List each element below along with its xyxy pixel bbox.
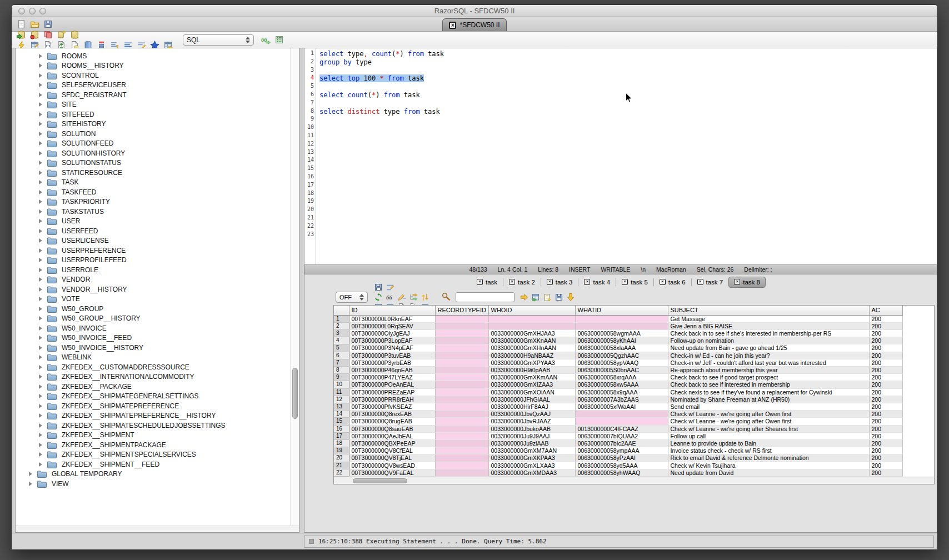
column-header-whoid[interactable]: WHOID <box>488 306 575 315</box>
code-line[interactable] <box>319 190 937 198</box>
format-results-icon[interactable] <box>385 282 395 292</box>
cell-whoid[interactable]: 0033000000GmXPYAA3 <box>488 359 575 366</box>
sql-editor[interactable]: 1234567891011121314151617181920212223 se… <box>304 48 937 265</box>
cell-whoid[interactable]: 0033000000Ju9J9AAJ <box>488 432 575 439</box>
code-line[interactable] <box>319 231 937 239</box>
table-row[interactable]: 1700T3000000QAeJbEAL0033000000Ju9J9AAJ00… <box>334 432 902 439</box>
cell-ac[interactable]: 200 <box>869 425 902 432</box>
code-line[interactable]: select type, count(*) from task <box>319 50 937 58</box>
column-header-subject[interactable]: SUBJECT <box>668 306 869 315</box>
cell-recordtypeid[interactable] <box>435 381 488 388</box>
code-line[interactable]: select distinct type from task <box>319 108 937 116</box>
result-tab-task-5[interactable]: ×task 5 <box>616 277 653 288</box>
expand-arrow-icon[interactable] <box>39 171 42 175</box>
expand-arrow-icon[interactable] <box>39 433 42 437</box>
titlebar[interactable]: RazorSQL - SFDCW50 II <box>12 5 937 17</box>
table-row[interactable]: 700T3000000P3yrbEAB0033000000GmXPYAA3006… <box>334 359 902 366</box>
cell-subject[interactable]: Nominated by Shane Freeman at ANZ (HR50) <box>668 396 869 403</box>
cell-recordtypeid[interactable] <box>435 337 488 344</box>
code-line[interactable]: group by type <box>319 58 937 67</box>
open-file-icon[interactable] <box>29 19 40 29</box>
table-row[interactable]: 2200T3000000QV9FaEAL0033000000GmXMDAA300… <box>334 469 902 476</box>
cell-id[interactable]: 00T3000000P47LYEAZ <box>349 374 435 381</box>
cell-subject[interactable]: Rick to email David & reference Delmonte… <box>668 454 869 462</box>
cell-whatid[interactable]: 006300000058xrqAAA <box>575 374 668 381</box>
stepper-arrows-icon[interactable] <box>356 294 364 301</box>
row-number-header[interactable] <box>334 306 349 315</box>
close-tab-icon[interactable]: × <box>477 279 483 285</box>
fetch-quotes-icon[interactable]: 66 <box>261 34 271 45</box>
cell-ac[interactable]: 200 <box>869 403 902 410</box>
tree-item-w50-invoice-history[interactable]: W50_INVOICE__HISTORY <box>16 343 291 353</box>
cell-ac[interactable]: 200 <box>869 439 902 447</box>
cell-whoid[interactable] <box>488 322 575 329</box>
cell-recordtypeid[interactable] <box>435 366 488 373</box>
disconnect-db-icon[interactable] <box>29 29 40 40</box>
expand-arrow-icon[interactable] <box>39 122 42 126</box>
cell-whoid[interactable]: 0033000000HirF8AAJ <box>488 403 575 410</box>
minimize-window-button[interactable] <box>29 8 36 14</box>
table-header-row[interactable]: IDRECORDTYPEIDWHOIDWHATIDSUBJECTAC <box>334 306 902 315</box>
filter-input[interactable] <box>456 292 515 302</box>
expand-arrow-icon[interactable] <box>39 219 42 223</box>
code-line[interactable] <box>319 157 937 165</box>
grid-view-icon[interactable] <box>274 34 284 45</box>
cell-whoid[interactable]: 0033000000GmXIZAA3 <box>488 381 575 388</box>
expand-arrow-icon[interactable] <box>39 141 42 146</box>
tree-item-userprofilefeed[interactable]: USERPROFILEFEED <box>16 256 291 266</box>
cell-ac[interactable]: 200 <box>869 374 902 381</box>
expand-arrow-icon[interactable] <box>39 93 42 97</box>
tree-item-solution[interactable]: SOLUTION <box>16 129 291 139</box>
table-row[interactable]: 2000T3000000QV8TjEAL0033000000GmXKPAA300… <box>334 454 902 462</box>
expand-arrow-icon[interactable] <box>39 54 42 58</box>
column-header-id[interactable]: ID <box>349 306 435 315</box>
cell-whatid[interactable] <box>575 411 668 418</box>
expand-arrow-icon[interactable] <box>39 452 42 457</box>
code-line[interactable] <box>319 124 937 132</box>
expand-arrow-icon[interactable] <box>39 443 42 447</box>
copy-table-red-icon[interactable] <box>43 29 53 40</box>
expand-arrow-icon[interactable] <box>39 151 42 156</box>
expand-arrow-icon[interactable] <box>39 404 42 408</box>
cell-ac[interactable]: 200 <box>869 337 902 344</box>
cell-ac[interactable]: 200 <box>869 381 902 388</box>
cell-subject[interactable]: Check-in w/ Jeff - couldn't afford last … <box>668 359 869 366</box>
expand-arrow-icon[interactable] <box>39 83 42 87</box>
cell-subject[interactable]: Re-approach about membership this year <box>668 366 869 373</box>
code-line[interactable] <box>319 206 937 214</box>
expand-arrow-icon[interactable] <box>39 384 42 389</box>
tree-item-task[interactable]: TASK <box>16 178 291 188</box>
table-row[interactable]: 200T3000000L0RqSEAVGive Jenn a BIG RAISE… <box>334 322 902 329</box>
code-line[interactable] <box>319 198 937 206</box>
cell-recordtypeid[interactable] <box>435 462 488 469</box>
cell-recordtypeid[interactable] <box>435 352 488 359</box>
cell-subject[interactable]: Follow-up on nomination <box>668 337 869 344</box>
table-row[interactable]: 1600T3000000Q8sauEAB0033000000JbukoAAB00… <box>334 425 902 432</box>
expand-arrow-icon[interactable] <box>39 277 42 282</box>
cell-ac[interactable]: 200 <box>869 388 902 396</box>
cell-subject[interactable]: Check back in to see if she's interested… <box>668 329 869 337</box>
tree-item-vote[interactable]: VOTE <box>16 294 291 304</box>
down-arrow-yellow-icon[interactable] <box>566 292 576 302</box>
cell-ac[interactable]: 200 <box>869 432 902 439</box>
expand-arrow-icon[interactable] <box>39 73 42 78</box>
expand-arrow-icon[interactable] <box>39 63 42 68</box>
close-tab-icon[interactable]: × <box>509 279 515 285</box>
tree-item-global-temporary[interactable]: GLOBAL TEMPORARY <box>16 469 291 479</box>
tree-item-user[interactable]: USER <box>16 217 291 227</box>
code-line[interactable] <box>319 165 937 173</box>
tree-item-zkfedex-shipmatescheduledjobssettings[interactable]: ZKFEDEX__SHIPMATESCHEDULEDJOBSSETTINGS <box>16 421 291 431</box>
code-line[interactable] <box>319 173 937 182</box>
cell-id[interactable]: 00T3000000P46qnEAB <box>349 366 435 373</box>
sql-mode-select[interactable]: SQL <box>183 34 254 46</box>
cell-whoid[interactable] <box>488 315 575 322</box>
tree-item-zkfedex-shipmatepreference-history[interactable]: ZKFEDEX__SHIPMATEPREFERENCE__HISTORY <box>16 411 291 421</box>
cell-whatid[interactable] <box>575 315 668 322</box>
cell-whatid[interactable]: 00630000007A3bZAAS <box>575 396 668 403</box>
code-line[interactable]: select top 100 * from task <box>319 74 937 83</box>
cell-ac[interactable]: 200 <box>869 418 902 425</box>
tree-item-w50-group[interactable]: W50_GROUP <box>16 304 291 314</box>
cell-subject[interactable]: Give Jenn a BIG RAISE <box>668 322 869 329</box>
cell-whoid[interactable]: 0033000000JFhGlAAL <box>488 396 575 403</box>
expand-arrow-icon[interactable] <box>39 268 42 272</box>
